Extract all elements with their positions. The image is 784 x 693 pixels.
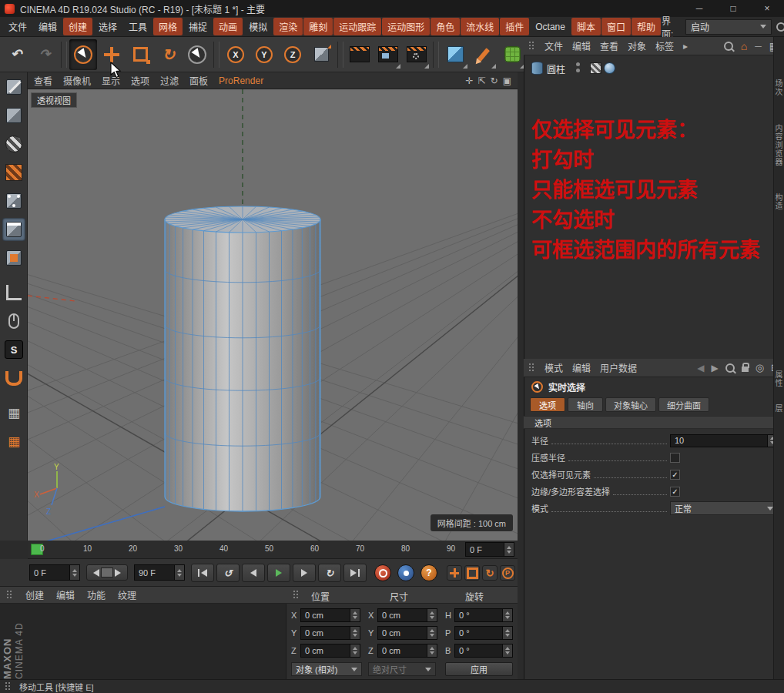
- visible-only-checkbox[interactable]: [670, 470, 680, 480]
- points-mode-button[interactable]: [2, 189, 25, 213]
- home-icon[interactable]: ⌂: [741, 41, 747, 52]
- next-key-button[interactable]: ↻: [318, 564, 341, 582]
- next-frame-button[interactable]: [293, 564, 316, 582]
- menu-simulate[interactable]: 模拟: [243, 18, 273, 35]
- size-x-field[interactable]: 0 cm: [377, 608, 437, 622]
- y-axis-lock-button[interactable]: Y: [250, 39, 278, 70]
- pos-z-field[interactable]: 0 cm: [300, 644, 360, 658]
- pos-x-field[interactable]: 0 cm: [300, 608, 360, 622]
- history-forward-icon[interactable]: ▶: [712, 363, 719, 373]
- search-icon[interactable]: [776, 22, 784, 32]
- menu-snap[interactable]: 捕捉: [183, 18, 213, 35]
- om-menu-view[interactable]: 查看: [600, 39, 618, 52]
- spinner-arrows[interactable]: [502, 627, 512, 639]
- rot-b-field[interactable]: 0 °: [454, 644, 513, 658]
- menu-mograph[interactable]: 运动图形: [382, 18, 430, 35]
- viewport-menu-view[interactable]: 查看: [34, 74, 52, 87]
- material-menu-function[interactable]: 功能: [87, 588, 106, 601]
- object-name[interactable]: 圆柱: [547, 62, 565, 75]
- goto-end-button[interactable]: [343, 564, 367, 582]
- size-y-field[interactable]: 0 cm: [377, 626, 437, 640]
- panel-grip-icon[interactable]: [293, 590, 300, 600]
- play-sound-button[interactable]: ?: [420, 564, 437, 581]
- pressure-radius-checkbox[interactable]: [670, 453, 680, 463]
- previous-key-button[interactable]: ↺: [216, 564, 240, 582]
- spinner-arrows[interactable]: [350, 627, 360, 639]
- viewport-menu-filter[interactable]: 过滤: [160, 74, 179, 87]
- coord-object-mode-select[interactable]: 对象 (相对): [291, 662, 362, 676]
- magnet-button[interactable]: [2, 367, 25, 390]
- menu-motion-tracker[interactable]: 运动跟踪: [333, 18, 381, 35]
- menu-edit[interactable]: 编辑: [33, 18, 62, 35]
- viewport-solo-button[interactable]: [2, 310, 25, 333]
- dock-tab-attributes[interactable]: 属性: [774, 363, 784, 394]
- rot-h-field[interactable]: 0 °: [454, 608, 513, 622]
- search-icon[interactable]: [724, 42, 733, 51]
- render-picture-viewer-button[interactable]: [374, 39, 402, 70]
- start-frame-field[interactable]: 0 F: [29, 564, 80, 581]
- menu-render[interactable]: 渲染: [273, 18, 303, 35]
- tolerant-selection-checkbox[interactable]: [670, 487, 680, 497]
- search-icon[interactable]: [725, 363, 735, 373]
- spinner-arrows[interactable]: [502, 644, 512, 657]
- menu-sculpt[interactable]: 雕刻: [303, 18, 333, 35]
- rotate-tool-button[interactable]: [155, 39, 183, 70]
- spinner-arrows[interactable]: [350, 609, 360, 621]
- menu-create[interactable]: 创建: [63, 18, 92, 35]
- material-menu-edit[interactable]: 编辑: [56, 588, 75, 601]
- visibility-dots[interactable]: [576, 62, 580, 72]
- rot-p-field[interactable]: 0 °: [454, 626, 513, 640]
- spinner-arrows[interactable]: [427, 644, 437, 657]
- menu-file[interactable]: 文件: [3, 18, 32, 35]
- viewport-menu-panel[interactable]: 面板: [189, 74, 208, 87]
- slider-thumb[interactable]: [101, 567, 113, 578]
- slider-right-arrow-icon[interactable]: [115, 569, 121, 577]
- cylinder-object-icon[interactable]: [531, 62, 543, 75]
- undo-button[interactable]: [2, 39, 30, 70]
- options-group-header[interactable]: 选项: [524, 416, 773, 429]
- play-button[interactable]: [267, 564, 290, 582]
- scale-tool-button[interactable]: [126, 39, 154, 70]
- pan-view-icon[interactable]: ✛: [465, 76, 473, 85]
- texture-axis-mode-button[interactable]: [2, 161, 25, 184]
- panel-grip-icon[interactable]: [528, 41, 535, 51]
- z-axis-lock-button[interactable]: Z: [279, 39, 307, 70]
- panel-grip-icon[interactable]: [528, 363, 535, 373]
- om-menu-objects[interactable]: 对象: [628, 39, 646, 52]
- menu-overflow-icon[interactable]: ▸: [683, 42, 688, 51]
- am-menu-mode[interactable]: 模式: [544, 361, 563, 374]
- spinner-arrows[interactable]: [69, 565, 79, 580]
- tab-options[interactable]: 选项: [530, 397, 565, 412]
- previous-frame-button[interactable]: [242, 564, 265, 582]
- spinner-arrows[interactable]: [427, 609, 437, 621]
- toggle-view-icon[interactable]: ▣: [503, 76, 511, 85]
- apply-button[interactable]: 应用: [445, 662, 513, 676]
- workplane-button[interactable]: ▦: [2, 430, 25, 453]
- pos-y-field[interactable]: 0 cm: [300, 626, 360, 640]
- autokey-button[interactable]: [397, 564, 414, 581]
- workplane-lock-button[interactable]: ▦: [2, 401, 25, 424]
- spinner-arrows[interactable]: [427, 627, 437, 639]
- record-keyframe-button[interactable]: [374, 564, 391, 581]
- redo-button[interactable]: [31, 39, 59, 70]
- make-editable-button[interactable]: [2, 75, 25, 99]
- menu-window[interactable]: 窗口: [601, 18, 631, 35]
- menu-mesh[interactable]: 网格: [153, 18, 183, 35]
- edges-mode-button[interactable]: [2, 218, 25, 241]
- menu-animate[interactable]: 动画: [213, 18, 243, 35]
- dock-tab-takes[interactable]: 场次: [774, 71, 784, 105]
- compositing-tag-icon[interactable]: [590, 62, 601, 74]
- mode-select[interactable]: 正常: [670, 501, 778, 515]
- spinner-arrows[interactable]: [174, 565, 184, 580]
- model-mode-button[interactable]: [2, 104, 25, 127]
- om-menu-tags[interactable]: 标签: [655, 39, 674, 52]
- record-position-button[interactable]: [447, 565, 462, 581]
- radius-field[interactable]: 10: [670, 434, 778, 447]
- spinner-arrows[interactable]: [350, 644, 360, 657]
- lock-icon[interactable]: [742, 367, 749, 372]
- last-tool-button[interactable]: [183, 39, 211, 70]
- timeline-ruler[interactable]: 0 10 20 30 40 50 60 70 80 90 0 F: [28, 541, 518, 559]
- slider-left-arrow-icon[interactable]: [93, 569, 99, 577]
- perspective-viewport[interactable]: 透视视图 网格间距 : 100 cm Y X Z: [28, 89, 518, 541]
- menu-script[interactable]: 脚本: [571, 18, 601, 35]
